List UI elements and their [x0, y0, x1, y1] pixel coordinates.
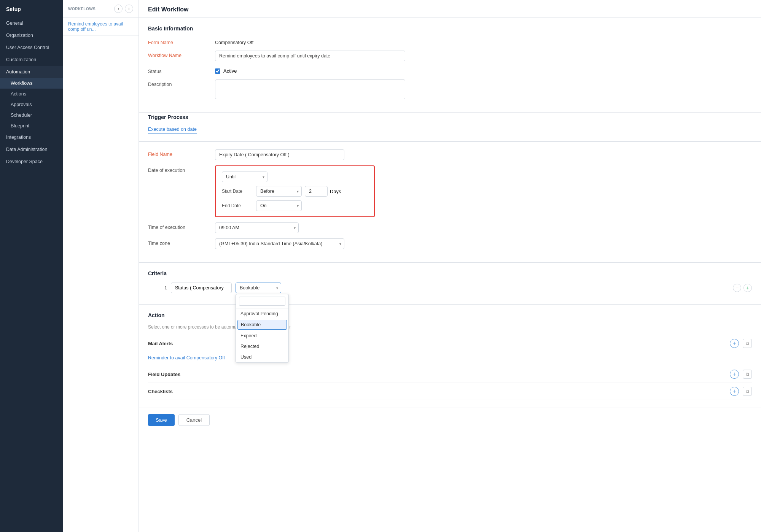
form-name-value: Compensatory Off [215, 38, 752, 45]
date-execution-box: Until Before After On ▾ Start Date [215, 165, 375, 217]
dropdown-item-used[interactable]: Used [236, 352, 288, 362]
sidebar-item-developer-space[interactable]: Developer Space [0, 156, 63, 168]
field-updates-add-btn[interactable]: + [730, 370, 739, 379]
secondary-header-label: WORKFLOWS [68, 7, 96, 11]
form-name-label: Form Name [148, 38, 209, 45]
start-date-row: Start Date Before After On ▾ Days [222, 186, 368, 197]
mail-alerts-add-btn[interactable]: + [730, 339, 739, 348]
status-checkbox[interactable] [215, 68, 220, 74]
dropdown-item-bookable[interactable]: Bookable [237, 320, 287, 330]
time-execution-row: Time of execution 09:00 AM ▾ [148, 222, 752, 233]
sidebar-item-general[interactable]: General [0, 17, 63, 29]
end-date-row: End Date On Before After ▾ [222, 200, 368, 211]
criteria-num: 1 [148, 285, 167, 291]
status-row: Status Active [148, 67, 752, 74]
edit-workflow-header: Edit Workflow [139, 0, 761, 18]
sidebar-sub-blueprint[interactable]: Blueprint [0, 121, 63, 131]
criteria-operator-container: Bookable ▾ Approval Pending Bookable Exp… [236, 283, 281, 293]
criteria-title: Criteria [148, 270, 752, 276]
sidebar-sub-workflows[interactable]: Workflows [0, 78, 63, 89]
main-content: Edit Workflow Basic Information Form Nam… [139, 0, 761, 532]
time-execution-wrapper: 09:00 AM ▾ [215, 222, 299, 233]
workflow-name-row: Workflow Name [148, 51, 752, 61]
sidebar-item-customization[interactable]: Customization [0, 54, 63, 66]
checklists-row: Checklists + ⧉ [148, 383, 752, 400]
field-updates-row: Field Updates + ⧉ [148, 366, 752, 383]
form-footer: Save Cancel [139, 408, 761, 432]
criteria-field-value: Status ( Compensatory [171, 283, 232, 293]
sidebar: Setup General Organization User Access C… [0, 0, 63, 532]
criteria-operator-wrapper: Bookable ▾ [236, 283, 281, 293]
sidebar-sub-approvals[interactable]: Approvals [0, 99, 63, 110]
secondary-nav-next[interactable]: + [125, 5, 133, 13]
mail-alerts-label: Mail Alerts [148, 341, 726, 346]
criteria-remove-btn[interactable]: − [733, 284, 741, 292]
timezone-row: Time zone (GMT+05:30) India Standard Tim… [148, 238, 752, 249]
secondary-header-actions: ‹ + [114, 5, 133, 13]
mail-alerts-copy-btn[interactable]: ⧉ [743, 339, 752, 348]
checklists-copy-btn[interactable]: ⧉ [743, 387, 752, 396]
secondary-nav-workflow-item[interactable]: Remind employees to avail comp off un... [63, 18, 139, 36]
start-date-unit: Days [330, 189, 341, 194]
cancel-button[interactable]: Cancel [178, 414, 210, 426]
secondary-sidebar: WORKFLOWS ‹ + Remind employees to avail … [63, 0, 139, 532]
sidebar-item-organization[interactable]: Organization [0, 29, 63, 41]
content-wrapper: WORKFLOWS ‹ + Remind employees to avail … [63, 0, 761, 532]
time-execution-select[interactable]: 09:00 AM [215, 222, 299, 233]
start-date-type-select[interactable]: Before After On [256, 186, 302, 197]
workflow-name-label: Workflow Name [148, 51, 209, 58]
dropdown-item-expired[interactable]: Expired [236, 330, 288, 341]
field-name-input[interactable] [215, 149, 344, 160]
start-date-days-input[interactable] [305, 186, 328, 197]
checklists-add-btn[interactable]: + [730, 387, 739, 396]
secondary-header: WORKFLOWS ‹ + [63, 0, 139, 18]
start-date-label: Start Date [222, 189, 256, 194]
sidebar-sub-scheduler[interactable]: Scheduler [0, 110, 63, 121]
field-section: Field Name Date of execution Until Befor… [139, 142, 761, 262]
timezone-select[interactable]: (GMT+05:30) India Standard Time (Asia/Ko… [215, 238, 344, 249]
status-checkbox-container: Active [215, 67, 237, 74]
dropdown-item-approval-pending[interactable]: Approval Pending [236, 308, 288, 319]
end-date-type-select[interactable]: On Before After [256, 200, 302, 211]
sidebar-item-automation[interactable]: Automation [0, 66, 63, 78]
end-date-type-wrapper: On Before After ▾ [256, 200, 302, 211]
field-updates-copy-btn[interactable]: ⧉ [743, 370, 752, 379]
checklists-label: Checklists [148, 389, 726, 394]
save-button[interactable]: Save [148, 414, 175, 426]
basic-info-section: Basic Information Form Name Compensatory… [139, 18, 761, 112]
criteria-section: Criteria 1 Status ( Compensatory Bookabl… [139, 263, 761, 304]
sidebar-item-user-access[interactable]: User Access Control [0, 41, 63, 54]
description-input[interactable] [215, 79, 405, 99]
criteria-actions: − + [733, 284, 752, 292]
end-date-label: End Date [222, 203, 256, 208]
dropdown-search-container [236, 294, 288, 308]
sidebar-item-integrations[interactable]: Integrations [0, 131, 63, 143]
dropdown-item-rejected[interactable]: Rejected [236, 341, 288, 352]
date-type-select[interactable]: Until Before After On [222, 172, 267, 182]
trigger-title: Trigger Process [148, 114, 752, 120]
action-section: Action Select one or more processes to b… [139, 305, 761, 408]
date-execution-row: Date of execution Until Before After On [148, 165, 752, 217]
main-area: WORKFLOWS ‹ + Remind employees to avail … [63, 0, 761, 532]
status-active-label: Active [223, 68, 237, 74]
description-row: Description [148, 79, 752, 99]
dropdown-search-input[interactable] [239, 297, 285, 306]
field-updates-label: Field Updates [148, 372, 726, 377]
field-name-row: Field Name [148, 149, 752, 160]
timezone-label: Time zone [148, 238, 209, 246]
date-type-row: Until Before After On ▾ [222, 172, 368, 182]
date-type-select-wrapper: Until Before After On ▾ [222, 172, 267, 182]
basic-info-title: Basic Information [148, 25, 752, 32]
sidebar-item-data-admin[interactable]: Data Administration [0, 143, 63, 156]
form-name-row: Form Name Compensatory Off [148, 38, 752, 45]
secondary-nav-prev[interactable]: ‹ [114, 5, 123, 13]
workflow-name-input[interactable] [215, 51, 405, 61]
criteria-operator-select[interactable]: Bookable [236, 283, 281, 293]
criteria-add-btn[interactable]: + [743, 284, 752, 292]
trigger-link[interactable]: Execute based on date [148, 127, 197, 133]
field-name-label: Field Name [148, 149, 209, 157]
criteria-row-1: 1 Status ( Compensatory Bookable ▾ [148, 283, 752, 293]
criteria-dropdown-popup: Approval Pending Bookable Expired Reject… [236, 294, 289, 363]
sidebar-sub-actions[interactable]: Actions [0, 89, 63, 99]
date-execution-label: Date of execution [148, 165, 209, 173]
